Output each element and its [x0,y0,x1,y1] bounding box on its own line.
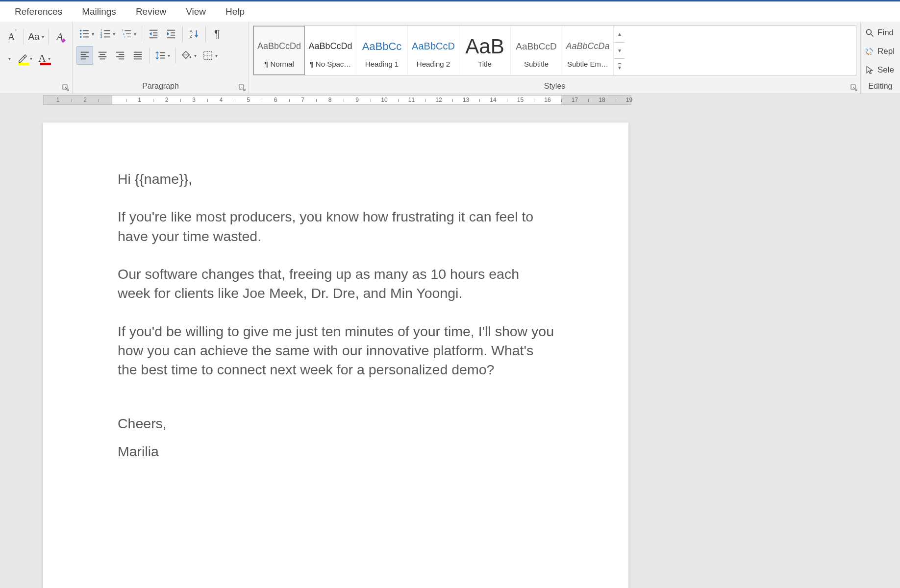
decrease-indent-icon [148,28,159,39]
chevron-down-icon: ▾ [30,56,32,61]
styles-scroll-up[interactable]: ▴ [614,26,625,43]
svg-text:1: 1 [122,29,123,32]
style-label: Heading 1 [365,60,399,68]
ruler-area: 2112345678910111213141516171819 [0,94,900,106]
separator [149,48,150,63]
bullets-icon [79,28,90,39]
tab-mailings[interactable]: Mailings [72,1,126,23]
align-left-icon [79,50,90,61]
increase-indent-button[interactable] [163,24,179,43]
replace-label: Repl [877,47,895,56]
document-area: Hi {{name}}, If you're like most produce… [0,106,900,588]
style-tile[interactable]: AaBbCcDd¶ Normal [253,26,305,75]
justify-icon [132,50,143,61]
svg-text:c: c [870,51,872,56]
tab-view[interactable]: View [176,1,216,23]
align-center-button[interactable] [94,46,111,65]
clear-formatting-button[interactable]: A◆ [51,27,68,46]
editing-group: Find bc Repl Sele Editing [861,22,900,94]
multilevel-list-button[interactable]: 1ai ▾ [119,24,139,43]
show-paragraph-marks-button[interactable]: ¶ [209,24,225,43]
pilcrow-icon: ¶ [214,27,220,40]
styles-expand[interactable]: ▾ [614,59,625,75]
svg-text:a: a [123,32,125,35]
borders-button[interactable]: ▾ [200,46,220,65]
paragraph-dialog-launcher[interactable] [239,84,247,92]
doc-paragraph[interactable]: If you'd be willing to give me just ten … [118,322,555,380]
search-icon [865,28,875,38]
style-preview: AaBbCcDa [563,33,612,60]
superscript-button[interactable]: A˘ [4,27,21,46]
justify-button[interactable] [129,46,146,65]
styles-scroll: ▴ ▾ ▾ [614,26,625,75]
doc-paragraph[interactable]: Marilia [118,442,555,461]
find-label: Find [877,28,894,38]
svg-text:i: i [124,35,125,38]
style-label: Subtle Em… [567,60,608,68]
shading-icon [181,50,192,61]
style-tile[interactable]: AaBbCcHeading 1 [356,26,408,75]
separator [175,48,176,63]
styles-group-label: Styles [249,81,860,94]
svg-text:Z: Z [190,34,193,39]
chevron-down-icon: ▾ [92,31,94,37]
style-tile[interactable]: AaBbCcDd¶ No Spac… [305,26,356,75]
tab-review[interactable]: Review [126,1,176,23]
style-preview: AaBbCcD [409,33,458,60]
font-group-label [0,81,72,94]
style-tile[interactable]: AaBTitle [459,26,511,75]
doc-paragraph[interactable]: Hi {{name}}, [118,170,555,189]
styles-dialog-launcher[interactable] [850,84,858,92]
chevron-down-icon: ▾ [48,56,50,61]
chevron-down-icon: ▾ [194,53,197,58]
horizontal-ruler[interactable]: 2112345678910111213141516171819 [43,95,631,105]
replace-icon: bc [865,47,875,56]
doc-paragraph[interactable]: If you're like most producers, you know … [118,207,555,246]
numbering-button[interactable]: 123 ▾ [98,24,118,43]
highlight-icon [17,53,28,64]
styles-scroll-down[interactable]: ▾ [614,43,625,59]
font-color-button[interactable]: A ▾ [36,49,53,68]
replace-button[interactable]: bc Repl [865,44,898,59]
find-button[interactable]: Find [865,25,898,40]
bullets-button[interactable]: ▾ [76,24,97,43]
align-left-button[interactable] [76,46,93,65]
editing-group-label: Editing [861,81,900,94]
sort-icon: AZ [189,28,200,39]
doc-paragraph[interactable]: Cheers, [118,414,555,433]
svg-point-54 [866,29,871,34]
styles-group: AaBbCcDd¶ NormalAaBbCcDd¶ No Spac…AaBbCc… [249,22,861,94]
multilevel-icon: 1ai [121,28,132,39]
style-tile[interactable]: AaBbCcDaSubtle Em… [562,26,614,75]
document-page[interactable]: Hi {{name}}, If you're like most produce… [43,122,628,588]
style-preview: AaBbCcD [512,33,561,60]
decrease-indent-button[interactable] [145,24,162,43]
font-dialog-launcher[interactable] [62,84,70,92]
svg-point-48 [190,56,192,58]
doc-paragraph[interactable]: Our software changes that, freeing up as… [118,265,555,303]
tab-help[interactable]: Help [216,1,254,23]
line-spacing-icon [155,50,166,61]
chevron-down-icon: ▾ [42,34,44,40]
font-group: A˘ Aa▾ A◆ ▾ ▾ A ▾ [0,22,73,94]
text-highlight-button[interactable]: ▾ [15,49,35,68]
style-tile[interactable]: AaBbCcDSubtitle [511,26,562,75]
shading-button[interactable]: ▾ [179,46,199,65]
sort-button[interactable]: AZ [186,24,202,43]
ribbon: A˘ Aa▾ A◆ ▾ ▾ A ▾ [0,22,900,94]
select-button[interactable]: Sele [865,63,898,77]
more-font-button[interactable]: ▾ [4,49,14,68]
style-tile[interactable]: AaBbCcDHeading 2 [408,26,459,75]
style-preview: AaBbCcDd [306,33,355,60]
increase-indent-icon [166,28,176,39]
style-label: ¶ Normal [264,60,294,68]
menu-tabs: References Mailings Review View Help [0,0,900,22]
line-spacing-button[interactable]: ▾ [152,46,173,65]
tab-references[interactable]: References [5,1,72,23]
svg-point-2 [80,33,82,35]
style-preview: AaBbCcDd [255,33,303,60]
borders-icon [202,50,213,61]
align-right-button[interactable] [112,46,128,65]
separator [24,29,24,45]
change-case-button[interactable]: Aa▾ [27,27,45,46]
